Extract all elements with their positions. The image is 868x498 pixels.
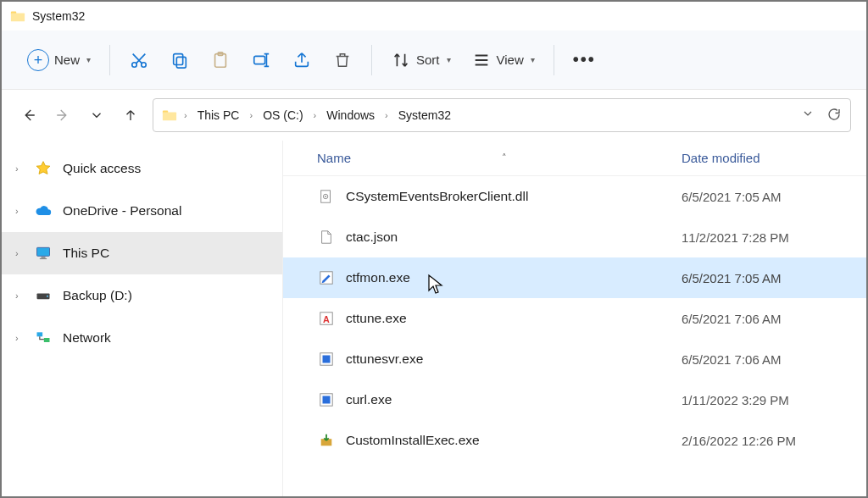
back-button[interactable]: [17, 103, 41, 127]
svg-rect-1: [11, 13, 25, 21]
separator: [109, 45, 110, 75]
chevron-right-icon: ›: [312, 110, 319, 120]
share-icon: [292, 50, 312, 70]
file-row[interactable]: Acttune.exe6/5/2021 7:06 AM: [283, 298, 866, 339]
dll-icon: [317, 187, 336, 206]
svg-point-21: [325, 196, 326, 197]
svg-point-2: [132, 62, 137, 67]
view-label: View: [497, 53, 524, 67]
breadcrumb-this-pc[interactable]: This PC: [194, 107, 243, 124]
up-button[interactable]: [119, 103, 142, 127]
sidebar-item-backup-d-[interactable]: ›Backup (D:): [2, 274, 282, 317]
exe-pen-icon: [317, 268, 336, 287]
exe-blue-icon: [317, 390, 336, 409]
file-list: CSystemEventsBrokerClient.dll6/5/2021 7:…: [283, 176, 866, 461]
recent-dropdown[interactable]: [85, 103, 108, 127]
new-button[interactable]: + New ▾: [17, 43, 101, 77]
file-row[interactable]: CustomInstallExec.exe2/16/2022 12:26 PM: [283, 420, 866, 461]
forward-button[interactable]: [51, 103, 75, 127]
svg-point-16: [47, 296, 48, 297]
file-date: 6/5/2021 7:06 AM: [682, 312, 866, 326]
svg-rect-4: [174, 53, 183, 64]
expand-icon[interactable]: ›: [15, 206, 24, 216]
sidebar-item-quick-access[interactable]: ›Quick access: [2, 147, 282, 190]
nav-row: › This PC › OS (C:) › Windows › System32: [2, 90, 866, 141]
paste-icon: [210, 50, 231, 70]
installer-icon: [317, 431, 336, 450]
sidebar-item-label: Backup (D:): [63, 288, 132, 303]
refresh-button[interactable]: [826, 107, 842, 125]
share-button[interactable]: [281, 43, 322, 77]
file-row[interactable]: curl.exe1/11/2022 3:29 PM: [283, 379, 866, 420]
folder-icon: [10, 8, 25, 24]
sidebar: ›Quick access›OneDrive - Personal›This P…: [2, 141, 283, 496]
expand-icon[interactable]: ›: [15, 248, 24, 258]
svg-point-3: [142, 62, 147, 67]
sidebar-item-label: Quick access: [63, 161, 141, 176]
ellipsis-icon: •••: [573, 50, 596, 69]
address-bar[interactable]: › This PC › OS (C:) › Windows › System32: [153, 98, 851, 132]
chevron-right-icon: ›: [248, 110, 254, 120]
delete-button[interactable]: [322, 43, 363, 77]
more-button[interactable]: •••: [563, 43, 606, 77]
view-button[interactable]: View ▾: [461, 43, 545, 77]
svg-rect-13: [42, 257, 46, 258]
svg-rect-26: [323, 356, 331, 363]
star-icon: [34, 159, 53, 178]
file-row[interactable]: ctfmon.exe6/5/2021 7:05 AM: [283, 257, 866, 298]
breadcrumb-os-c[interactable]: OS (C:): [259, 107, 306, 124]
column-date-label: Date modified: [682, 151, 760, 165]
file-row[interactable]: CSystemEventsBrokerClient.dll6/5/2021 7:…: [283, 176, 866, 217]
monitor-icon: [34, 244, 53, 263]
title-bar: System32: [2, 2, 866, 30]
sidebar-item-onedrive-personal[interactable]: ›OneDrive - Personal: [2, 190, 282, 232]
rename-button[interactable]: [241, 43, 281, 77]
breadcrumb-label: OS (C:): [263, 108, 303, 122]
sidebar-item-label: Network: [63, 330, 111, 346]
sort-button[interactable]: Sort ▾: [381, 43, 461, 77]
file-row[interactable]: cttunesvr.exe6/5/2021 7:06 AM: [283, 339, 866, 379]
copy-button[interactable]: [159, 43, 200, 77]
cloud-icon: [34, 202, 53, 220]
expand-icon[interactable]: ›: [15, 290, 24, 301]
svg-rect-17: [37, 332, 43, 336]
chevron-down-icon: ▾: [86, 55, 91, 64]
new-label: New: [54, 53, 80, 67]
mouse-cursor: [427, 274, 444, 298]
view-icon: [471, 50, 492, 70]
file-name: cttune.exe: [346, 311, 682, 326]
file-name: CSystemEventsBrokerClient.dll: [346, 189, 682, 204]
sidebar-item-this-pc[interactable]: ›This PC: [2, 232, 282, 274]
svg-rect-14: [40, 258, 47, 259]
copy-icon: [170, 50, 190, 70]
breadcrumb-system32[interactable]: System32: [395, 107, 454, 124]
paste-button[interactable]: [200, 43, 241, 77]
breadcrumb-label: Windows: [326, 108, 375, 122]
breadcrumb-windows[interactable]: Windows: [323, 107, 378, 124]
column-date[interactable]: Date modified: [682, 151, 866, 165]
file-date: 1/11/2022 3:29 PM: [682, 393, 866, 407]
svg-rect-5: [176, 57, 186, 68]
expand-icon[interactable]: ›: [15, 163, 24, 174]
file-date: 2/16/2022 12:26 PM: [682, 434, 866, 448]
file-name: CustomInstallExec.exe: [346, 433, 682, 448]
file-date: 11/2/2021 7:28 PM: [682, 230, 866, 245]
svg-rect-18: [44, 338, 50, 342]
sidebar-item-label: This PC: [63, 246, 109, 261]
sidebar-item-label: OneDrive - Personal: [63, 203, 181, 219]
folder-icon: [162, 108, 177, 123]
chevron-right-icon: ›: [182, 110, 189, 120]
file-name: curl.exe: [346, 392, 682, 407]
file-row[interactable]: ctac.json11/2/2021 7:28 PM: [283, 217, 866, 257]
cut-button[interactable]: [119, 43, 159, 77]
expand-icon[interactable]: ›: [15, 333, 24, 343]
sidebar-item-network[interactable]: ›Network: [2, 317, 282, 359]
rename-icon: [251, 50, 271, 70]
dropdown-icon[interactable]: [801, 107, 815, 125]
column-name-label: Name: [317, 151, 351, 165]
column-name[interactable]: Name ˄: [317, 151, 682, 165]
separator: [554, 45, 554, 75]
exe-blue-icon: [317, 350, 336, 368]
svg-rect-8: [254, 56, 265, 64]
chevron-right-icon: ›: [383, 110, 390, 120]
